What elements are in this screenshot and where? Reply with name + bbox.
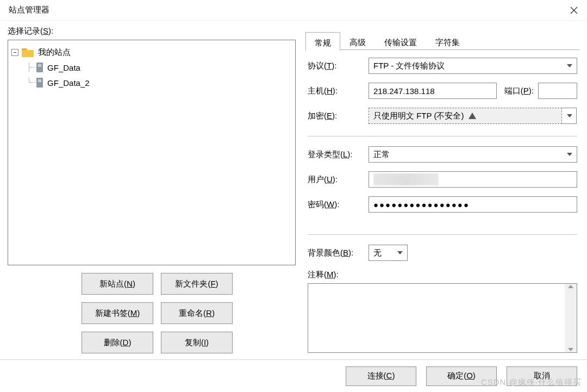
port-label: 端口(P): [504, 86, 534, 96]
ok-button[interactable]: 确定(O) [426, 366, 497, 386]
main-content: 选择记录(S): − 我的站点 ├┈ GF_Data └┈ GF_Data_2 … [0, 21, 587, 359]
footer: 连接(C) 确定(O) 取消 [0, 359, 587, 392]
divider [308, 234, 577, 235]
select-record-label: 选择记录(S): [8, 26, 296, 36]
row-logon: 登录类型(L): 正常 [308, 146, 577, 163]
tab-general[interactable]: 常规 [305, 32, 340, 51]
bgcolor-value: 无 [373, 248, 382, 258]
delete-button[interactable]: 删除(D) [82, 332, 153, 353]
tree-site-label: GF_Data_2 [47, 78, 90, 88]
cancel-button[interactable]: 取消 [507, 366, 577, 386]
tree-site-label: GF_Data [47, 63, 80, 72]
host-label: 主机(H): [308, 86, 369, 96]
port-wrap: 端口(P): [504, 83, 577, 99]
host-input[interactable]: 218.247.138.118 [369, 83, 497, 99]
left-button-grid: 新站点(N) 新文件夹(F) 新建书签(M) 重命名(R) 删除(D) 复制(I… [8, 273, 296, 353]
server-icon [36, 78, 43, 88]
tree-expander-icon[interactable]: − [11, 49, 18, 56]
tree-root-label: 我的站点 [38, 47, 71, 58]
tabs: 常规 高级 传输设置 字符集 [305, 32, 579, 50]
tab-advanced[interactable]: 高级 [340, 32, 375, 50]
scrollbar[interactable] [565, 284, 577, 352]
notes-content[interactable] [308, 284, 565, 352]
new-folder-button[interactable]: 新文件夹(F) [161, 273, 233, 295]
left-pane: 选择记录(S): − 我的站点 ├┈ GF_Data └┈ GF_Data_2 … [8, 26, 296, 359]
password-input[interactable]: ●●●●●●●●●●●●●●●● [369, 196, 577, 213]
protocol-label: 协议(T): [308, 61, 369, 71]
port-input[interactable] [538, 83, 577, 99]
row-user: 用户(U): [308, 171, 577, 188]
protocol-select[interactable]: FTP - 文件传输协议 [369, 58, 577, 74]
copy-button[interactable]: 复制(I) [161, 332, 233, 353]
chevron-down-icon [567, 64, 572, 67]
divider [308, 136, 577, 136]
chevron-down-icon[interactable] [563, 108, 577, 124]
encrypt-label: 加密(E): [308, 111, 369, 121]
logon-select[interactable]: 正常 [369, 146, 577, 163]
row-encrypt: 加密(E): 只使用明文 FTP (不安全) [308, 108, 577, 124]
window-title: 站点管理器 [9, 5, 561, 15]
scroll-down-icon[interactable] [568, 348, 573, 351]
site-tree[interactable]: − 我的站点 ├┈ GF_Data └┈ GF_Data_2 [8, 40, 296, 265]
tree-site-item[interactable]: └┈ GF_Data_2 [11, 75, 292, 90]
scroll-up-icon[interactable] [568, 285, 573, 288]
rename-button[interactable]: 重命名(R) [161, 302, 233, 324]
folder-icon [22, 47, 34, 57]
encrypt-value: 只使用明文 FTP (不安全) [373, 111, 464, 120]
right-pane: 常规 高级 传输设置 字符集 协议(T): FTP - 文件传输协议 主机(H)… [296, 26, 579, 359]
logon-label: 登录类型(L): [308, 150, 369, 160]
tree-site-item[interactable]: ├┈ GF_Data [11, 60, 292, 75]
tree-root-item[interactable]: − 我的站点 [11, 45, 292, 60]
user-label: 用户(U): [308, 175, 369, 185]
protocol-value: FTP - 文件传输协议 [373, 61, 445, 71]
user-value-obscured [373, 173, 439, 185]
row-password: 密码(W): ●●●●●●●●●●●●●●●● [308, 196, 577, 213]
password-label: 密码(W): [308, 200, 369, 210]
connect-button[interactable]: 连接(C) [346, 366, 416, 386]
user-input[interactable] [369, 171, 577, 188]
chevron-down-icon [567, 153, 572, 156]
host-value: 218.247.138.118 [373, 86, 435, 96]
logon-value: 正常 [373, 150, 390, 160]
bgcolor-label: 背景颜色(B): [308, 248, 369, 258]
bgcolor-select[interactable]: 无 [369, 245, 408, 261]
tab-charset[interactable]: 字符集 [426, 32, 469, 50]
new-site-button[interactable]: 新站点(N) [82, 273, 153, 295]
new-bookmark-button[interactable]: 新建书签(M) [82, 302, 153, 324]
warning-icon [469, 113, 476, 119]
row-bgcolor: 背景颜色(B): 无 [308, 245, 577, 261]
tab-transfer[interactable]: 传输设置 [375, 32, 426, 50]
chevron-down-icon [397, 251, 403, 254]
form-general: 协议(T): FTP - 文件传输协议 主机(H): 218.247.138.1… [305, 50, 579, 353]
notes-textarea[interactable] [308, 283, 577, 353]
password-value: ●●●●●●●●●●●●●●●● [373, 200, 470, 209]
row-protocol: 协议(T): FTP - 文件传输协议 [308, 58, 577, 74]
titlebar: 站点管理器 [0, 0, 587, 21]
encrypt-select[interactable]: 只使用明文 FTP (不安全) [369, 108, 562, 124]
notes-label: 注释(M): [308, 270, 577, 280]
server-icon [36, 63, 43, 72]
close-icon[interactable] [561, 0, 587, 21]
row-host: 主机(H): 218.247.138.118 端口(P): [308, 83, 577, 99]
